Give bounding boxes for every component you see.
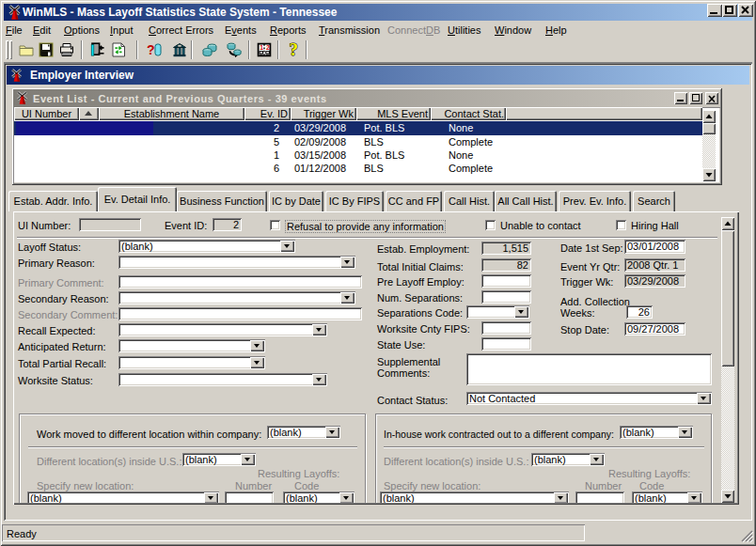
svg-text:?: ? <box>290 40 299 59</box>
svg-text:?: ? <box>147 42 155 57</box>
svg-text:1: 1 <box>260 44 263 51</box>
svg-text:2: 2 <box>266 44 270 51</box>
